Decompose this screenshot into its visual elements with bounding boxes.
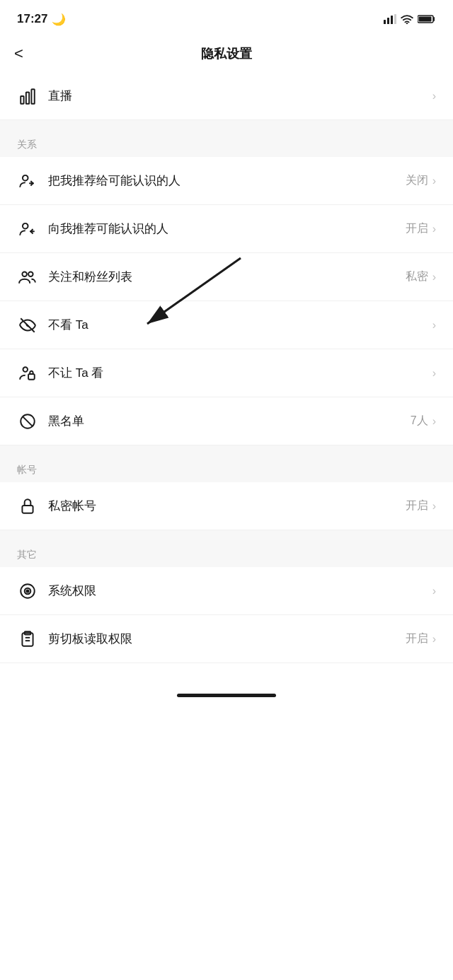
system-permission-label: 系统权限 [48,583,432,599]
recommend-to-me-arrow: › [432,223,436,235]
status-bar: 17:27 🌙 [0,0,453,35]
clipboard-icon [17,629,38,650]
signal-icon [384,14,396,24]
home-indicator-area [0,663,453,706]
spacer-1 [0,120,453,127]
svg-rect-0 [384,20,386,24]
svg-rect-2 [391,16,393,24]
menu-item-not-see-ta[interactable]: 不看 Ta › [0,301,453,349]
no-circle-icon [17,411,38,432]
section-live: 直播 › [0,72,453,120]
menu-item-recommend-to-others[interactable]: 把我推荐给可能认识的人 关闭 › [0,157,453,205]
not-see-ta-label: 不看 Ta [48,317,432,333]
recommend-to-others-value: 关闭 [406,173,428,188]
menu-item-system-permission[interactable]: 系统权限 › [0,567,453,615]
status-icons [384,14,436,24]
clipboard-label: 剪切板读取权限 [48,631,406,647]
eye-slash-icon [17,315,38,336]
page-title: 隐私设置 [201,45,252,62]
svg-rect-17 [22,505,33,513]
lock-people-icon [17,363,38,384]
svg-point-12 [22,272,27,276]
relations-label: 关系 [0,127,453,157]
battery-icon [418,14,436,24]
private-account-arrow: › [432,500,436,513]
moon-icon: 🌙 [52,13,66,26]
blacklist-arrow: › [432,415,436,428]
svg-point-13 [28,272,33,276]
follow-fans-label: 关注和粉丝列表 [48,269,406,285]
people-recommend-icon [17,170,38,192]
menu-item-not-let-see[interactable]: 不让 Ta 看 › [0,349,453,397]
svg-rect-3 [394,14,396,24]
account-label: 帐号 [0,453,453,482]
lock-icon [17,496,38,517]
blacklist-value: 7人 [411,414,428,428]
section-account: 帐号 私密帐号 开启 › [0,453,453,530]
svg-rect-6 [419,17,432,22]
menu-item-private-account[interactable]: 私密帐号 开启 › [0,482,453,530]
svg-rect-15 [28,374,35,380]
status-time: 17:27 [17,12,47,26]
svg-point-20 [26,590,28,592]
svg-point-11 [23,223,28,228]
recommend-to-others-label: 把我推荐给可能认识的人 [48,173,406,189]
svg-rect-7 [21,96,23,104]
spacer-3 [0,530,453,537]
menu-item-clipboard[interactable]: 剪切板读取权限 开启 › [0,615,453,663]
recommend-to-me-label: 向我推荐可能认识的人 [48,221,406,237]
recommend-to-me-value: 开启 [406,221,428,236]
clipboard-arrow: › [432,633,436,646]
private-account-value: 开启 [406,498,428,513]
people-group-icon [17,267,38,288]
not-let-see-label: 不让 Ta 看 [48,365,432,381]
people-incoming-icon [17,218,38,240]
svg-rect-8 [26,92,29,103]
svg-point-4 [406,23,408,24]
section-relations: 关系 把我推荐给可能认识的人 关闭 › [0,127,453,445]
live-arrow: › [432,90,436,103]
live-label: 直播 [48,88,432,104]
camera-circle-icon [17,581,38,602]
menu-item-blacklist[interactable]: 黑名单 7人 › [0,397,453,445]
not-see-ta-arrow: › [432,319,436,332]
svg-point-10 [23,175,28,180]
private-account-label: 私密帐号 [48,498,406,514]
menu-item-recommend-to-me[interactable]: 向我推荐可能认识的人 开启 › [0,205,453,253]
other-label: 其它 [0,537,453,567]
svg-rect-9 [31,89,34,104]
clipboard-value: 开启 [406,631,428,646]
follow-fans-value: 私密 [406,269,428,284]
recommend-to-others-arrow: › [432,175,436,187]
wifi-icon [401,14,413,24]
menu-item-live[interactable]: 直播 › [0,72,453,120]
nav-bar: < 隐私设置 [0,35,453,72]
not-let-see-arrow: › [432,367,436,380]
svg-rect-1 [387,18,389,24]
svg-point-14 [23,367,28,372]
back-button[interactable]: < [14,46,23,62]
section-other: 其它 系统权限 › 剪切板读取权限 [0,537,453,663]
blacklist-label: 黑名单 [48,413,411,429]
system-permission-arrow: › [432,585,436,597]
follow-fans-arrow: › [432,271,436,284]
bar-chart-icon [17,86,38,107]
menu-item-follow-fans[interactable]: 关注和粉丝列表 私密 › [0,253,453,301]
home-indicator [177,694,276,697]
spacer-2 [0,445,453,453]
